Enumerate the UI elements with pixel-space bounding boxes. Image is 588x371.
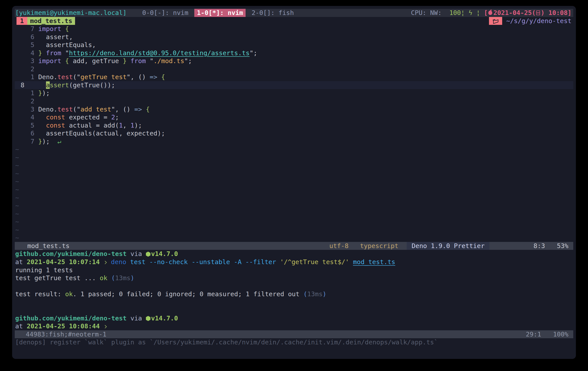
code-text: assertEquals(actual, expected); [38,130,165,137]
code-line[interactable]: 1Deno.test("getTrue test", () => { [15,73,573,81]
statusline-right: utf-8 typescript Deno 1.9.0 Prettier 8:3… [329,242,568,250]
statusline-scroll-percent: 53% [557,242,568,250]
line-number: 3 [15,57,34,65]
code-line[interactable]: 3Deno.test("add test", () => { [15,105,573,113]
code-line[interactable]: 4 const expected = 2; [15,113,573,121]
code-text: assert, [38,33,73,41]
line-number: 4 [15,49,34,57]
line-number: 6 [15,129,34,137]
line-number: 4 [15,113,34,121]
tmux-window-1-active[interactable]: 1-0[*]: nvim [194,9,246,17]
folder-icon [492,17,499,25]
empty-buffer-line: ~ [15,170,573,178]
statusline-encoding: utf-8 [329,242,348,250]
shell-command-line: at 2021-04-25 10:07:14 ❯ deno test --no-… [15,258,573,266]
code-text: import { [38,25,69,32]
code-text: }); ↵ [38,138,61,145]
shell-output-line: test getTrue test ... ok (13ms) [15,274,573,282]
code-text: const actual = add(1, 1); [38,122,142,129]
current-line-number: 8 [15,81,34,89]
shell-prompt-line: at 2021-04-25 10:08:44 ❯ [15,322,573,330]
empty-buffer-line: ~ [15,226,573,234]
shell-prompt-line: github.com/yukimemi/deno-test via ⬢v14.7… [15,314,573,322]
code-line[interactable]: 2 [15,65,573,73]
code-text: }); [38,89,50,97]
empty-buffer-line: ~ [15,154,573,162]
statusline-cursor-position: 8:3 [534,242,545,250]
code-line[interactable]: 3import { add, getTrue } from "./mod.ts"… [15,57,573,65]
code-text: const expected = 2; [38,113,119,121]
code-text: assertEquals, [38,41,96,49]
terminal-window: [yukimemi@yukimemi-mac.local] 0-0[-]: nv… [12,6,576,359]
tmux-window-0[interactable]: 0-0[-]: nvim [140,9,190,17]
empty-buffer-line: ~ [15,210,573,218]
line-number: 1 [15,89,34,97]
statusline-lsp: Deno 1.9.0 Prettier [407,242,489,250]
terminal-cursor-position: 29:1 [526,330,541,339]
code-text: import { add, getTrue } from "./mod.ts"; [38,57,192,65]
shell-output-line: test result: ok. 1 passed; 0 failed; 0 i… [15,290,573,298]
vim-tabline: 1 mod_test.ts ~/s/g/y/deno-test [15,17,573,25]
tmux-status-right: CPU: NW: 100¦ ϟ ¦ [2021-04-25(日) 10:08] [411,9,571,17]
line-number: 5 [15,41,34,49]
working-directory-path: ~/s/g/y/deno-test [506,17,571,25]
shell-prompt-line: github.com/yukimemi/deno-test via ⬢v14.7… [15,250,573,258]
line-number: 3 [15,105,34,113]
shell-output-line [15,282,573,290]
empty-buffer-line: ~ [15,234,573,242]
code-text: } from "https://deno.land/std@0.95.0/tes… [38,49,257,57]
folder-icon-chip [489,17,502,25]
terminal-buffer-name: 44983:fish;#neoterm-1 [26,330,106,339]
tabline-cwd: ~/s/g/y/deno-test [489,17,571,25]
code-line[interactable]: 5 const actual = add(1, 1); [15,121,573,130]
statusline-filename: mod_test.ts [27,242,70,250]
statusline-filetype: typescript [360,242,399,250]
terminal-scroll-percent: 100% [553,330,568,339]
empty-buffer-line: ~ [15,218,573,226]
line-number: 2 [15,65,34,73]
code-text: Deno.test("add test", () => { [38,105,150,113]
empty-buffer-line: ~ [15,145,573,154]
shell-output-line [15,298,573,306]
code-line[interactable]: 7import { [15,25,573,33]
line-number: 2 [15,97,34,105]
tmux-window-2[interactable]: 2-0[]: fish [250,9,296,17]
code-line[interactable]: 1}); [15,89,573,97]
code-line-cursor[interactable]: 8 assert(getTrue()); [15,81,573,89]
empty-buffer-line: ~ [15,202,573,210]
tmux-window-list: 0-0[-]: nvim 1-0[*]: nvim 2-0[]: fish [140,9,300,17]
vim-message-line: [denops] register `walk` plugin as `/Use… [15,338,573,346]
tmux-hostname: [yukimemi@yukimemi-mac.local] [15,9,126,17]
code-line[interactable]: 6 assert, [15,33,573,41]
code-line[interactable]: 2 [15,97,573,105]
code-line[interactable]: 6 assertEquals(actual, expected); [15,129,573,137]
line-number: 5 [15,121,34,130]
tab-filename[interactable]: mod_test.ts [27,17,75,25]
empty-buffer-line: ~ [15,177,573,186]
vim-statusline: mod_test.ts utf-8 typescript Deno 1.9.0 … [15,242,573,250]
line-number: 1 [15,73,34,81]
code-line[interactable]: 7}); ↵ [15,137,573,145]
code-line[interactable]: 4} from "https://deno.land/std@0.95.0/te… [15,49,573,57]
empty-buffer-line: ~ [15,194,573,202]
terminal-statusline-right: 29:1 100% [482,330,568,339]
code-line[interactable]: 5 assertEquals, [15,41,573,49]
line-number: 7 [15,137,34,145]
code-text: Deno.test("getTrue test", () => { [38,73,165,81]
line-number: 7 [15,25,34,33]
tab-number-badge[interactable]: 1 [17,17,27,25]
code-text: assert(getTrue()); [38,81,115,89]
empty-buffer-line: ~ [15,186,573,194]
shell-output-line [15,306,573,314]
shell-output-line: running 1 tests [15,266,573,274]
line-number: 6 [15,33,34,41]
terminal-statusline: 44983:fish;#neoterm-1 29:1 100% [15,330,573,339]
tmux-status-bar: [yukimemi@yukimemi-mac.local] 0-0[-]: nv… [15,9,573,17]
empty-buffer-line: ~ [15,161,573,170]
